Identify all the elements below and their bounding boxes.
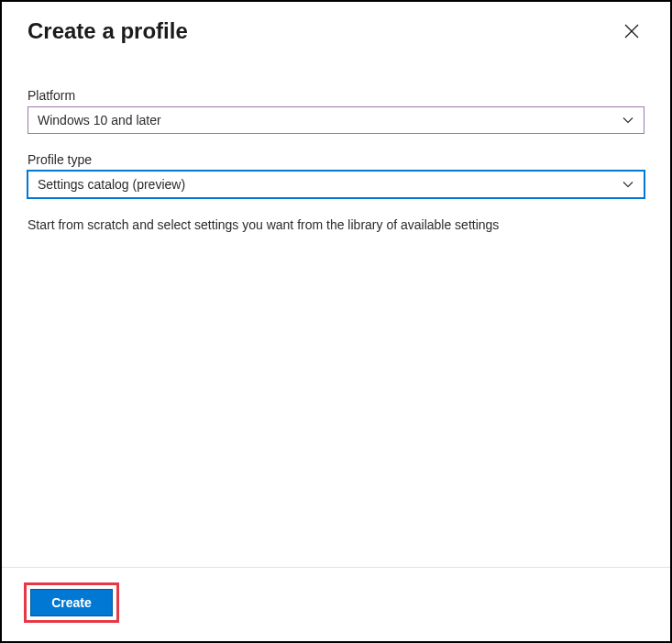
platform-selected-value: Windows 10 and later (38, 113, 161, 127)
platform-field-group: Platform Windows 10 and later (28, 88, 644, 134)
dialog-header: Create a profile (2, 2, 670, 44)
platform-dropdown[interactable]: Windows 10 and later (28, 106, 644, 134)
create-button[interactable]: Create (30, 589, 113, 616)
profile-type-description: Start from scratch and select settings y… (28, 216, 644, 235)
create-button-highlight: Create (24, 582, 119, 623)
close-button[interactable] (619, 18, 644, 44)
dialog-title: Create a profile (28, 18, 188, 44)
profile-type-field-group: Profile type Settings catalog (preview) (28, 152, 644, 198)
close-icon (624, 24, 639, 39)
platform-label: Platform (28, 88, 644, 103)
chevron-down-icon (622, 178, 634, 191)
profile-type-label: Profile type (28, 152, 644, 167)
chevron-down-icon (622, 114, 634, 127)
profile-type-selected-value: Settings catalog (preview) (38, 177, 185, 192)
dialog-content: Platform Windows 10 and later Profile ty… (2, 44, 670, 235)
profile-type-dropdown[interactable]: Settings catalog (preview) (28, 171, 644, 198)
dialog-footer: Create (2, 567, 670, 641)
